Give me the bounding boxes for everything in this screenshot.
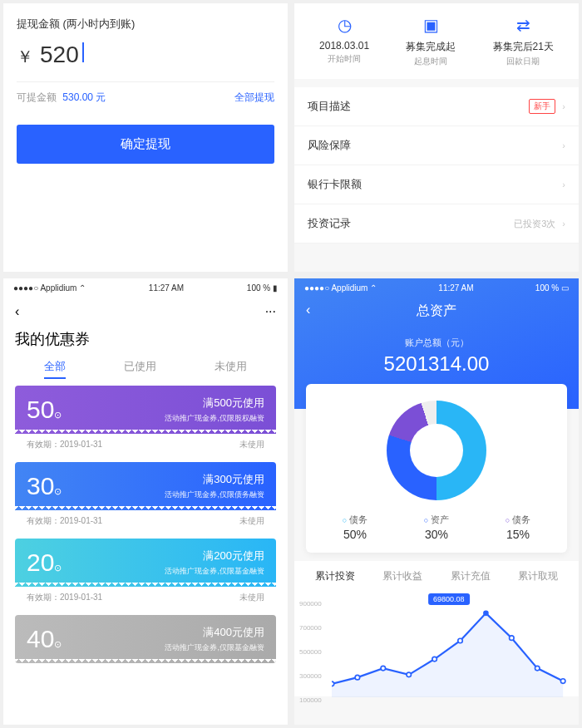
return-icon: ⇄ bbox=[493, 15, 554, 35]
withdraw-all-link[interactable]: 全部提现 bbox=[234, 91, 274, 105]
coupon-top: 40⊙ 满400元使用 活动推广现金券,仅限基金融资 bbox=[15, 615, 276, 663]
page-title: 我的优惠券 bbox=[3, 326, 288, 359]
coupon-top: 30⊙ 满300元使用 活动推广现金券,仅限债务融资 bbox=[15, 462, 276, 510]
coupon-tabs: 全部 已使用 未使用 bbox=[3, 359, 288, 386]
status-bar: ●●●●○ Applidium ⌃ 11:27 AM 100 % ▮ bbox=[3, 278, 288, 298]
chevron-right-icon: › bbox=[562, 219, 565, 229]
tab-deposit[interactable]: 累计充值 bbox=[451, 569, 491, 583]
coupon-footer: 有效期：2019-01-31未使用 bbox=[15, 434, 276, 459]
coupon-desc: 活动推广现金券,仅限股权融资 bbox=[165, 413, 264, 424]
coupon-condition: 满200元使用 bbox=[165, 548, 264, 563]
tab-used[interactable]: 已使用 bbox=[124, 359, 156, 379]
row-invest-record[interactable]: 投资记录 已投资3次› bbox=[294, 204, 579, 243]
zigzag-divider bbox=[15, 583, 276, 587]
chart-tabs: 累计投资 累计收益 累计充值 累计取现 bbox=[294, 561, 579, 588]
coupon-item[interactable]: 20⊙ 满200元使用 活动推广现金券,仅限基金融资 有效期：2019-01-3… bbox=[15, 539, 276, 612]
svg-point-9 bbox=[560, 679, 565, 684]
page-title: ‹ 总资产 bbox=[294, 298, 579, 337]
tab-invest[interactable]: 累计投资 bbox=[315, 569, 355, 583]
legend: ○债务 50% ○资产 30% ○债务 15% bbox=[314, 514, 559, 541]
tab-withdraw[interactable]: 累计取现 bbox=[518, 569, 558, 583]
y-axis: 900000 700000 500000 300000 100000 bbox=[299, 600, 322, 704]
svg-point-4 bbox=[432, 657, 437, 662]
coupon-item[interactable]: 30⊙ 满300元使用 活动推广现金券,仅限债务融资 有效期：2019-01-3… bbox=[15, 462, 276, 535]
svg-point-6 bbox=[483, 611, 489, 617]
withdraw-screen: 提现金额 (两小时内到账) ￥ 520 可提金额 530.00 元 全部提现 确… bbox=[3, 3, 288, 272]
dot-icon: ○ bbox=[424, 516, 428, 524]
zigzag-divider bbox=[15, 659, 276, 663]
coupon-top: 20⊙ 满200元使用 活动推广现金券,仅限基金融资 bbox=[15, 539, 276, 587]
tab-all[interactable]: 全部 bbox=[44, 359, 66, 379]
row-risk[interactable]: 风险保障 › bbox=[294, 126, 579, 165]
confirm-withdraw-button[interactable]: 确定提现 bbox=[17, 125, 274, 164]
available-label: 可提金额 530.00 元 bbox=[17, 91, 106, 105]
svg-point-8 bbox=[535, 666, 540, 671]
info-columns: ◷ 2018.03.01 开始时间 ▣ 募集完成起 起息时间 ⇄ 募集完后21天… bbox=[294, 3, 579, 79]
coupon-desc: 活动推广现金券,仅限基金融资 bbox=[165, 642, 264, 653]
info-col-0: ◷ 2018.03.01 开始时间 bbox=[319, 15, 369, 67]
more-button[interactable]: ··· bbox=[265, 304, 276, 319]
svg-point-5 bbox=[458, 638, 463, 643]
chevron-right-icon: › bbox=[562, 140, 565, 150]
donut-chart bbox=[387, 401, 486, 500]
assets-screen: ●●●●○ Applidium ⌃ 11:27 AM 100 % ▭ ‹ 总资产… bbox=[294, 278, 579, 725]
legend-2: ○债务 15% bbox=[506, 514, 530, 541]
newbie-badge: 新手 bbox=[529, 99, 555, 114]
tab-income[interactable]: 累计收益 bbox=[382, 569, 422, 583]
calendar-icon: ▣ bbox=[406, 15, 456, 35]
svg-point-1 bbox=[355, 675, 360, 680]
legend-0: ○债务 50% bbox=[343, 514, 367, 541]
dot-icon: ○ bbox=[506, 516, 510, 524]
zigzag-divider bbox=[15, 506, 276, 510]
svg-point-7 bbox=[510, 636, 515, 641]
chevron-right-icon: › bbox=[562, 101, 565, 111]
line-chart: 69800.08 900000 700000 500000 300000 100… bbox=[294, 588, 579, 696]
coupon-footer: 有效期：2019-01-31未使用 bbox=[15, 510, 276, 535]
coupon-condition: 满400元使用 bbox=[165, 625, 264, 640]
row-bank-limit[interactable]: 银行卡限额 › bbox=[294, 165, 579, 204]
svg-point-2 bbox=[381, 666, 386, 671]
divider bbox=[17, 81, 274, 82]
info-col-1: ▣ 募集完成起 起息时间 bbox=[406, 15, 456, 67]
status-bar: ●●●●○ Applidium ⌃ 11:27 AM 100 % ▭ bbox=[294, 278, 579, 298]
coupon-amount: 20⊙ bbox=[27, 548, 62, 577]
info-col-2: ⇄ 募集完后21天 回款日期 bbox=[493, 15, 554, 67]
coupon-amount: 50⊙ bbox=[27, 396, 62, 424]
project-info-screen: ◷ 2018.03.01 开始时间 ▣ 募集完成起 起息时间 ⇄ 募集完后21天… bbox=[294, 3, 579, 272]
tab-unused[interactable]: 未使用 bbox=[215, 359, 247, 379]
detail-list: 项目描述 新手› 风险保障 › 银行卡限额 › 投资记录 已投资3次› bbox=[294, 87, 579, 243]
row-project-desc[interactable]: 项目描述 新手› bbox=[294, 87, 579, 126]
cursor bbox=[82, 42, 84, 62]
coupon-item[interactable]: 40⊙ 满400元使用 活动推广现金券,仅限基金融资 bbox=[15, 615, 276, 663]
back-button[interactable]: ‹ bbox=[306, 303, 310, 317]
dot-icon: ○ bbox=[343, 516, 347, 524]
available-row: 可提金额 530.00 元 全部提现 bbox=[17, 91, 274, 105]
coupon-list: 50⊙ 满500元使用 活动推广现金券,仅限股权融资 有效期：2019-01-3… bbox=[3, 386, 288, 667]
withdraw-label: 提现金额 (两小时内到账) bbox=[17, 17, 274, 32]
svg-point-0 bbox=[332, 681, 334, 686]
amount-input[interactable]: ￥ 520 bbox=[17, 42, 274, 68]
total-label: 账户总额（元） bbox=[294, 337, 579, 349]
back-button[interactable]: ‹ bbox=[15, 304, 19, 319]
coupon-desc: 活动推广现金券,仅限债务融资 bbox=[165, 489, 264, 500]
coupon-condition: 满300元使用 bbox=[165, 472, 264, 487]
zigzag-divider bbox=[15, 430, 276, 434]
coupon-amount: 40⊙ bbox=[27, 625, 62, 653]
total-amount: 5201314.00 bbox=[294, 352, 579, 376]
amount-value: 520 bbox=[40, 42, 79, 68]
svg-point-3 bbox=[407, 672, 412, 677]
coupon-desc: 活动推广现金券,仅限基金融资 bbox=[165, 566, 264, 577]
coupon-footer: 有效期：2019-01-31未使用 bbox=[15, 587, 276, 612]
coupon-top: 50⊙ 满500元使用 活动推广现金券,仅限股权融资 bbox=[15, 386, 276, 434]
coupons-screen: ●●●●○ Applidium ⌃ 11:27 AM 100 % ▮ ‹ ···… bbox=[3, 278, 288, 725]
legend-1: ○资产 30% bbox=[424, 514, 449, 541]
coupon-item[interactable]: 50⊙ 满500元使用 活动推广现金券,仅限股权融资 有效期：2019-01-3… bbox=[15, 386, 276, 459]
coupon-amount: 30⊙ bbox=[27, 472, 62, 500]
coupon-condition: 满500元使用 bbox=[165, 396, 264, 411]
chevron-right-icon: › bbox=[562, 180, 565, 189]
nav-bar: ‹ ··· bbox=[3, 298, 288, 326]
clock-icon: ◷ bbox=[319, 15, 369, 35]
donut-card: ○债务 50% ○资产 30% ○债务 15% bbox=[306, 384, 567, 553]
line-chart-svg bbox=[332, 597, 570, 697]
yen-symbol: ￥ bbox=[17, 46, 33, 68]
